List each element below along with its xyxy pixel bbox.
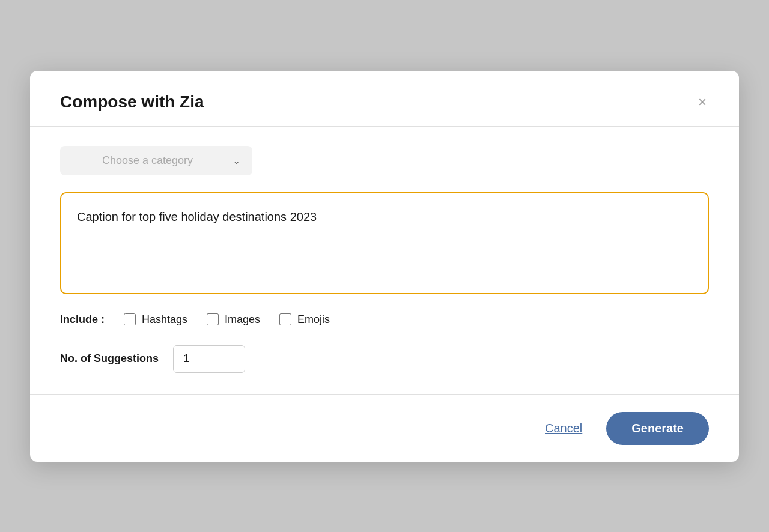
hashtags-label[interactable]: Hashtags xyxy=(142,313,187,326)
include-label: Include : xyxy=(60,313,105,326)
modal-title: Compose with Zia xyxy=(60,92,204,112)
suggestions-label: No. of Suggestions xyxy=(60,352,159,365)
emojis-checkbox[interactable] xyxy=(279,313,291,325)
modal-header: Compose with Zia × xyxy=(30,71,739,126)
chevron-down-icon: ⌄ xyxy=(233,155,240,166)
emojis-checkbox-group: Emojis xyxy=(279,313,330,326)
category-dropdown[interactable]: Choose a category ⌄ xyxy=(60,146,252,175)
suggestions-spinner: ▴ ▾ xyxy=(173,345,245,373)
suggestions-value-input[interactable] xyxy=(174,346,245,372)
generate-button[interactable]: Generate xyxy=(606,412,709,445)
hashtags-checkbox[interactable] xyxy=(124,313,136,325)
modal-dialog: Compose with Zia × Choose a category ⌄ C… xyxy=(30,71,739,462)
include-row: Include : Hashtags Images Emojis xyxy=(60,313,709,326)
modal-body: Choose a category ⌄ Caption for top five… xyxy=(30,146,739,373)
caption-input[interactable]: Caption for top five holiday destination… xyxy=(60,192,709,294)
hashtags-checkbox-group: Hashtags xyxy=(124,313,187,326)
images-checkbox[interactable] xyxy=(207,313,219,325)
suggestions-row: No. of Suggestions ▴ ▾ xyxy=(60,345,709,373)
emojis-label[interactable]: Emojis xyxy=(297,313,330,326)
modal-footer: Cancel Generate xyxy=(30,394,739,462)
close-button[interactable]: × xyxy=(696,92,709,112)
cancel-button[interactable]: Cancel xyxy=(535,416,592,441)
images-checkbox-group: Images xyxy=(207,313,260,326)
header-divider xyxy=(30,126,739,127)
category-placeholder: Choose a category xyxy=(72,154,223,167)
images-label[interactable]: Images xyxy=(225,313,260,326)
modal-backdrop: Compose with Zia × Choose a category ⌄ C… xyxy=(0,0,769,532)
